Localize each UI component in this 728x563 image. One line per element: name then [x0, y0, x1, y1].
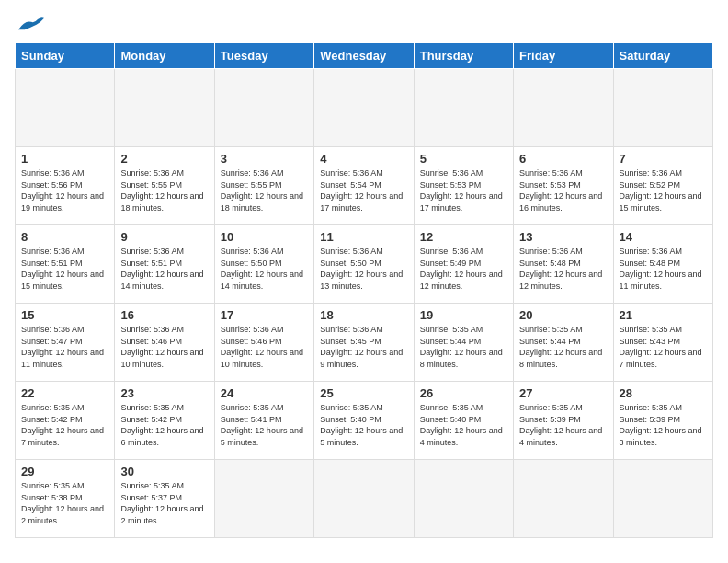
- calendar-day-cell: 22Sunrise: 5:35 AMSunset: 5:42 PMDayligh…: [16, 382, 115, 460]
- calendar-day-cell: 2Sunrise: 5:36 AMSunset: 5:55 PMDaylight…: [115, 147, 214, 225]
- day-sun-info: Sunrise: 5:35 AMSunset: 5:40 PMDaylight:…: [320, 402, 407, 448]
- day-sun-info: Sunrise: 5:35 AMSunset: 5:39 PMDaylight:…: [519, 402, 607, 448]
- day-of-week-header: Wednesday: [314, 43, 414, 69]
- day-sun-info: Sunrise: 5:35 AMSunset: 5:40 PMDaylight:…: [420, 402, 507, 448]
- day-sun-info: Sunrise: 5:35 AMSunset: 5:41 PMDaylight:…: [221, 402, 308, 448]
- day-sun-info: Sunrise: 5:36 AMSunset: 5:55 PMDaylight:…: [120, 167, 208, 213]
- day-sun-info: Sunrise: 5:36 AMSunset: 5:50 PMDaylight:…: [320, 246, 407, 292]
- calendar-day-cell: 9Sunrise: 5:36 AMSunset: 5:51 PMDaylight…: [115, 225, 214, 304]
- calendar-table: SundayMondayTuesdayWednesdayThursdayFrid…: [15, 42, 713, 538]
- day-sun-info: Sunrise: 5:35 AMSunset: 5:38 PMDaylight:…: [21, 480, 108, 526]
- calendar-day-cell: [314, 460, 414, 538]
- day-sun-info: Sunrise: 5:36 AMSunset: 5:46 PMDaylight:…: [120, 324, 208, 370]
- day-sun-info: Sunrise: 5:36 AMSunset: 5:51 PMDaylight:…: [21, 246, 108, 292]
- day-sun-info: Sunrise: 5:35 AMSunset: 5:42 PMDaylight:…: [21, 402, 108, 448]
- day-of-week-header: Friday: [514, 43, 613, 69]
- day-number: 18: [320, 308, 407, 322]
- calendar-day-cell: [214, 69, 313, 147]
- day-of-week-header: Tuesday: [214, 43, 313, 69]
- calendar-day-cell: 24Sunrise: 5:35 AMSunset: 5:41 PMDayligh…: [214, 382, 313, 460]
- day-number: 1: [21, 152, 108, 166]
- day-sun-info: Sunrise: 5:36 AMSunset: 5:53 PMDaylight:…: [519, 167, 607, 213]
- day-number: 16: [120, 308, 208, 322]
- page-header: [15, 15, 713, 33]
- day-number: 17: [221, 308, 308, 322]
- day-number: 11: [320, 230, 407, 244]
- day-sun-info: Sunrise: 5:35 AMSunset: 5:37 PMDaylight:…: [120, 480, 208, 526]
- day-sun-info: Sunrise: 5:36 AMSunset: 5:56 PMDaylight:…: [21, 167, 108, 213]
- calendar-day-cell: 8Sunrise: 5:36 AMSunset: 5:51 PMDaylight…: [16, 225, 115, 304]
- day-sun-info: Sunrise: 5:36 AMSunset: 5:49 PMDaylight:…: [420, 246, 507, 292]
- day-number: 6: [519, 152, 607, 166]
- day-number: 3: [221, 152, 308, 166]
- calendar-day-cell: 15Sunrise: 5:36 AMSunset: 5:47 PMDayligh…: [16, 304, 115, 382]
- day-number: 29: [21, 465, 108, 478]
- calendar-week-row: 8Sunrise: 5:36 AMSunset: 5:51 PMDaylight…: [16, 225, 713, 304]
- day-number: 7: [620, 152, 707, 166]
- day-sun-info: Sunrise: 5:35 AMSunset: 5:42 PMDaylight:…: [120, 402, 208, 448]
- day-number: 4: [320, 152, 407, 166]
- day-of-week-header: Sunday: [16, 43, 115, 69]
- day-sun-info: Sunrise: 5:36 AMSunset: 5:50 PMDaylight:…: [221, 246, 308, 292]
- calendar-day-cell: [414, 69, 513, 147]
- calendar-day-cell: [16, 69, 115, 147]
- day-number: 9: [120, 230, 208, 244]
- day-number: 25: [320, 386, 407, 400]
- logo-bird-icon: [18, 17, 44, 33]
- day-sun-info: Sunrise: 5:36 AMSunset: 5:54 PMDaylight:…: [320, 167, 407, 213]
- calendar-day-cell: 12Sunrise: 5:36 AMSunset: 5:49 PMDayligh…: [414, 225, 513, 304]
- day-number: 13: [519, 230, 607, 244]
- day-number: 21: [620, 308, 707, 322]
- day-sun-info: Sunrise: 5:36 AMSunset: 5:46 PMDaylight:…: [221, 324, 308, 370]
- day-number: 30: [120, 465, 208, 478]
- day-sun-info: Sunrise: 5:36 AMSunset: 5:52 PMDaylight:…: [620, 167, 707, 213]
- day-number: 23: [120, 386, 208, 400]
- day-of-week-header: Thursday: [414, 43, 513, 69]
- day-number: 10: [221, 230, 308, 244]
- day-sun-info: Sunrise: 5:36 AMSunset: 5:53 PMDaylight:…: [420, 167, 507, 213]
- day-sun-info: Sunrise: 5:36 AMSunset: 5:51 PMDaylight:…: [120, 246, 208, 292]
- calendar-day-cell: 14Sunrise: 5:36 AMSunset: 5:48 PMDayligh…: [613, 225, 712, 304]
- day-number: 8: [21, 230, 108, 244]
- day-number: 27: [519, 386, 607, 400]
- calendar-day-cell: 20Sunrise: 5:35 AMSunset: 5:44 PMDayligh…: [514, 304, 613, 382]
- calendar-day-cell: 23Sunrise: 5:35 AMSunset: 5:42 PMDayligh…: [115, 382, 214, 460]
- day-number: 26: [420, 386, 507, 400]
- day-of-week-header: Saturday: [613, 43, 712, 69]
- calendar-day-cell: 1Sunrise: 5:36 AMSunset: 5:56 PMDaylight…: [16, 147, 115, 225]
- day-number: 2: [120, 152, 208, 166]
- calendar-day-cell: 10Sunrise: 5:36 AMSunset: 5:50 PMDayligh…: [214, 225, 313, 304]
- day-number: 15: [21, 308, 108, 322]
- day-number: 19: [420, 308, 507, 322]
- calendar-day-cell: 30Sunrise: 5:35 AMSunset: 5:37 PMDayligh…: [115, 460, 214, 538]
- calendar-day-cell: [115, 69, 214, 147]
- calendar-day-cell: 6Sunrise: 5:36 AMSunset: 5:53 PMDaylight…: [514, 147, 613, 225]
- calendar-day-cell: [514, 460, 613, 538]
- calendar-day-cell: [314, 69, 414, 147]
- day-number: 24: [221, 386, 308, 400]
- calendar-day-cell: [514, 69, 613, 147]
- logo: [15, 15, 44, 33]
- day-sun-info: Sunrise: 5:35 AMSunset: 5:39 PMDaylight:…: [620, 402, 707, 448]
- day-number: 5: [420, 152, 507, 166]
- calendar-day-cell: 11Sunrise: 5:36 AMSunset: 5:50 PMDayligh…: [314, 225, 414, 304]
- calendar-day-cell: [613, 69, 712, 147]
- calendar-day-cell: 28Sunrise: 5:35 AMSunset: 5:39 PMDayligh…: [613, 382, 712, 460]
- calendar-day-cell: [613, 460, 712, 538]
- day-number: 22: [21, 386, 108, 400]
- day-sun-info: Sunrise: 5:35 AMSunset: 5:44 PMDaylight:…: [519, 324, 607, 370]
- day-number: 28: [620, 386, 707, 400]
- calendar-day-cell: [414, 460, 513, 538]
- calendar-header-row: SundayMondayTuesdayWednesdayThursdayFrid…: [16, 43, 713, 69]
- calendar-day-cell: 7Sunrise: 5:36 AMSunset: 5:52 PMDaylight…: [613, 147, 712, 225]
- calendar-week-row: 15Sunrise: 5:36 AMSunset: 5:47 PMDayligh…: [16, 304, 713, 382]
- calendar-week-row: 22Sunrise: 5:35 AMSunset: 5:42 PMDayligh…: [16, 382, 713, 460]
- calendar-day-cell: 17Sunrise: 5:36 AMSunset: 5:46 PMDayligh…: [214, 304, 313, 382]
- calendar-day-cell: 5Sunrise: 5:36 AMSunset: 5:53 PMDaylight…: [414, 147, 513, 225]
- day-sun-info: Sunrise: 5:36 AMSunset: 5:48 PMDaylight:…: [519, 246, 607, 292]
- day-number: 20: [519, 308, 607, 322]
- day-number: 14: [620, 230, 707, 244]
- calendar-day-cell: 25Sunrise: 5:35 AMSunset: 5:40 PMDayligh…: [314, 382, 414, 460]
- day-sun-info: Sunrise: 5:35 AMSunset: 5:44 PMDaylight:…: [420, 324, 507, 370]
- calendar-day-cell: 3Sunrise: 5:36 AMSunset: 5:55 PMDaylight…: [214, 147, 313, 225]
